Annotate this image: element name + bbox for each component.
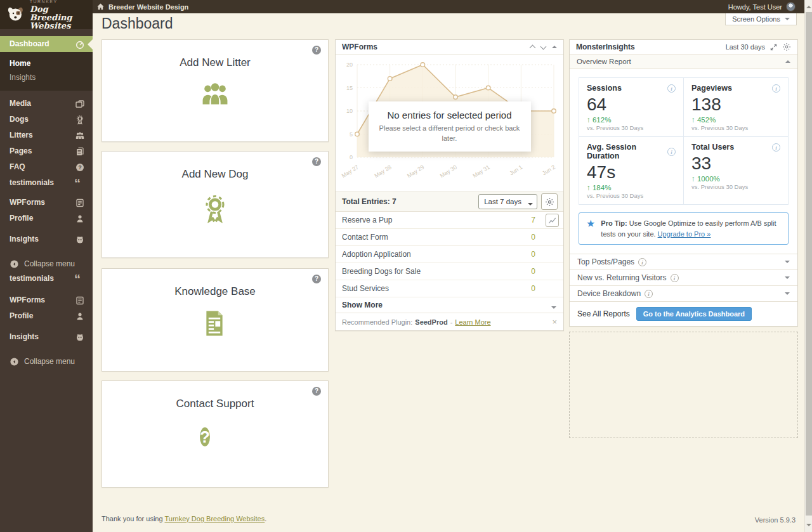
analytics-dashboard-button[interactable]: Go to the Analytics Dashboard [636, 307, 752, 321]
stat-note: vs. Previous 30 Days [691, 124, 780, 131]
overview-report-header[interactable]: Overview Report [570, 55, 797, 69]
collapse-menu-button[interactable]: Collapse menu [0, 257, 93, 271]
widget-title: MonsterInsights [576, 42, 635, 51]
chevron-down-icon [785, 18, 790, 23]
sidebar-item-profile-2[interactable]: Profile [0, 308, 93, 324]
sidebar-item-pages[interactable]: Pages [0, 143, 93, 159]
sidebar-item-wpforms-2[interactable]: WPForms [0, 292, 93, 308]
card-title: Add New Dog [102, 168, 328, 181]
info-icon[interactable] [671, 274, 679, 282]
help-icon[interactable]: ? [312, 157, 321, 166]
monster-icon [75, 332, 85, 342]
form-row[interactable]: Breeding Dogs for Sale 0 [336, 263, 563, 280]
collapse-menu-label: Collapse menu [24, 257, 75, 271]
sidebar-item-insights[interactable]: Insights [0, 231, 93, 247]
form-name: Contact Form [342, 233, 388, 242]
card-knowledge-base[interactable]: ? Knowledge Base [102, 268, 329, 372]
sidebar-item-label: Profile [10, 311, 33, 320]
card-add-new-dog[interactable]: ? Add New Dog [102, 151, 329, 258]
settings-button[interactable] [541, 193, 558, 210]
info-icon[interactable] [772, 143, 780, 152]
sidebar-item-wpforms[interactable]: WPForms [0, 195, 93, 211]
groups-icon [200, 79, 230, 110]
form-row[interactable]: Adoption Application 0 [336, 246, 563, 263]
form-row[interactable]: Contact Form 0 [336, 229, 563, 246]
scroll-down-arrow[interactable] [806, 524, 811, 529]
site-link[interactable]: Breeder Website Design [96, 3, 188, 11]
svg-text:20: 20 [346, 62, 353, 68]
form-icon [75, 295, 85, 306]
sidebar-item-profile[interactable]: Profile [0, 211, 93, 226]
gear-icon[interactable] [782, 42, 791, 51]
svg-text:10: 10 [346, 108, 353, 114]
sidebar-item-dogs[interactable]: Dogs [0, 112, 93, 127]
svg-text:Jun 2: Jun 2 [541, 164, 556, 176]
info-icon[interactable] [638, 258, 646, 266]
footer-link[interactable]: Turnkey Dog Breeding Websites [164, 515, 265, 522]
chevron-down-icon [551, 306, 556, 311]
scrollbar-thumb[interactable] [806, 12, 812, 516]
section-top-posts[interactable]: Top Posts/Pages [570, 254, 797, 269]
section-new-vs-returning[interactable]: New vs. Returning Visitors [570, 269, 797, 285]
sidebar-item-litters[interactable]: Litters [0, 127, 93, 143]
sidebar-item-insights-sub[interactable]: Insights [0, 70, 93, 84]
stat-label: Pageviews [691, 84, 732, 93]
show-more-button[interactable]: Show More [336, 297, 563, 313]
sidebar-item-faq[interactable]: FAQ ? [0, 159, 93, 175]
view-chart-button[interactable] [546, 214, 559, 227]
stat-delta: 452% [697, 116, 716, 124]
widget-title: WPForms [342, 42, 377, 51]
sidebar-item-dashboard[interactable]: Dashboard [0, 36, 93, 52]
admin-menu: Dashboard Home Insights Media Dogs Litte… [0, 29, 93, 368]
section-title: Overview Report [577, 58, 631, 65]
stat-delta: 1000% [697, 175, 720, 183]
scroll-up-arrow[interactable] [806, 3, 811, 8]
form-row[interactable]: Stud Services 0 [336, 280, 563, 297]
chevron-down-icon [785, 276, 790, 282]
stat-total-users: Total Users 33 ↑ 1000% vs. Previous 30 D… [684, 137, 789, 205]
move-up-icon[interactable] [530, 45, 536, 51]
sidebar-item-testimonials[interactable]: testimonials “ [0, 175, 93, 191]
section-device-breakdown[interactable]: Device Breakdown [570, 285, 797, 301]
sidebar-item-insights-2[interactable]: Insights [0, 329, 93, 345]
sidebar-item-home[interactable]: Home [0, 56, 93, 70]
info-icon[interactable] [645, 290, 653, 298]
info-icon[interactable] [667, 148, 676, 156]
screen-options-button[interactable]: Screen Options [725, 13, 797, 25]
scrollbar[interactable] [804, 0, 812, 532]
account-menu[interactable]: Howdy, Test User [728, 2, 796, 11]
sidebar-item-media[interactable]: Media [0, 96, 93, 112]
learn-more-link[interactable]: Learn More [455, 318, 490, 326]
period-select[interactable]: Last 7 days [478, 194, 537, 209]
period-label[interactable]: Last 30 days [726, 43, 765, 51]
card-add-new-litter[interactable]: ? Add New Litter [102, 39, 329, 142]
info-icon[interactable] [772, 84, 780, 93]
upgrade-to-pro-link[interactable]: Upgrade to Pro » [658, 230, 711, 238]
stat-pageviews: Pageviews 138 ↑ 452% vs. Previous 30 Day… [684, 78, 789, 137]
stat-value: 47s [587, 162, 676, 183]
chevron-down-icon [528, 203, 533, 208]
admin-bar: Breeder Website Design Howdy, Test User [0, 0, 804, 13]
person-icon [75, 214, 85, 224]
widget-drop-zone [569, 332, 798, 438]
wordpress-dashboard: Breeder Website Design Howdy, Test User … [0, 0, 812, 532]
sidebar-item-testimonials-2[interactable]: testimonials “ [0, 271, 93, 287]
move-down-icon[interactable] [540, 43, 547, 49]
help-icon[interactable]: ? [312, 275, 321, 283]
stat-label: Avg. Session Duration [587, 143, 667, 160]
svg-text:May 31: May 31 [471, 164, 490, 179]
footer-text: Thank you for using [102, 515, 164, 522]
gear-icon [545, 197, 554, 207]
collapse-menu-button-2[interactable]: Collapse menu [0, 354, 93, 368]
info-icon[interactable] [667, 84, 676, 93]
collapse-toggle-icon[interactable] [552, 43, 557, 48]
help-icon[interactable]: ? [312, 46, 321, 55]
site-logo[interactable]: TURNKEY Dog Breeding Websites [0, 0, 93, 29]
close-icon[interactable]: × [552, 317, 557, 327]
help-icon[interactable]: ? [312, 387, 321, 396]
expand-icon[interactable] [770, 44, 777, 51]
media-icon [75, 99, 85, 109]
card-contact-support[interactable]: ? Contact Support ? [102, 380, 329, 488]
form-row[interactable]: Reserve a Pup 7 [336, 212, 563, 229]
svg-text:May 27: May 27 [341, 164, 360, 179]
